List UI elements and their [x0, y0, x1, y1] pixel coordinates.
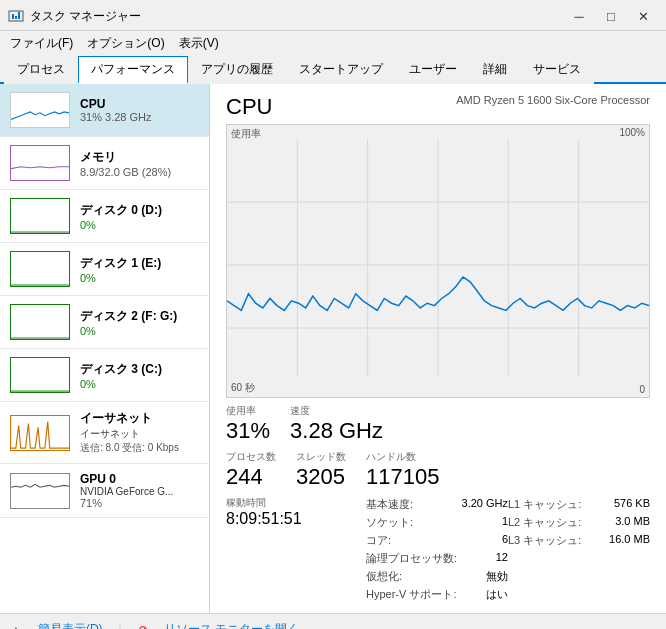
processes-label: プロセス数 — [226, 450, 276, 464]
virt-val: 無効 — [486, 569, 508, 584]
cores-key: コア: — [366, 533, 391, 548]
usage-value: 31% — [226, 418, 270, 444]
stats-row-1: 使用率 31% 速度 3.28 GHz — [226, 404, 650, 444]
sidebar-item-disk2[interactable]: ディスク 2 (F: G:) 0% — [0, 296, 209, 349]
gpu0-sublabel: NVIDIA GeForce G... — [80, 486, 199, 497]
sidebar-item-ethernet[interactable]: イーサネット イーサネット 送信: 8.0 受信: 0 Kbps — [0, 402, 209, 464]
disk1-sidebar-text: ディスク 1 (E:) 0% — [80, 255, 199, 284]
close-button[interactable]: ✕ — [628, 6, 658, 26]
window-title: タスク マネージャー — [30, 8, 141, 25]
info-l3: L3 キャッシュ: 16.0 MB — [508, 532, 650, 549]
speed-label: 速度 — [290, 404, 383, 418]
disk1-preview — [10, 251, 70, 287]
l2-key: L2 キャッシュ: — [508, 515, 581, 530]
usage-label: 使用率 — [226, 404, 270, 418]
info-logical: 論理プロセッサ数: 12 — [366, 550, 508, 567]
detail-subtitle: AMD Ryzen 5 1600 Six-Core Processor — [456, 94, 650, 106]
sidebar-item-disk0[interactable]: ディスク 0 (D:) 0% — [0, 190, 209, 243]
menu-file[interactable]: ファイル(F) — [4, 33, 79, 54]
disk2-value: 0% — [80, 325, 199, 337]
disk3-value: 0% — [80, 378, 199, 390]
svg-rect-2 — [15, 16, 17, 19]
cpu-label: CPU — [80, 97, 199, 111]
disk0-sidebar-text: ディスク 0 (D:) 0% — [80, 202, 199, 231]
l3-key: L3 キャッシュ: — [508, 533, 581, 548]
tab-performance[interactable]: パフォーマンス — [78, 56, 188, 84]
memory-label: メモリ — [80, 149, 199, 166]
simplify-link[interactable]: 簡易表示(D) — [38, 621, 103, 629]
sidebar-item-disk3[interactable]: ディスク 3 (C:) 0% — [0, 349, 209, 402]
stat-processes: プロセス数 244 — [226, 450, 276, 490]
menu-view[interactable]: 表示(V) — [173, 33, 225, 54]
stat-usage: 使用率 31% — [226, 404, 270, 444]
threads-value: 3205 — [296, 464, 346, 490]
threads-label: スレッド数 — [296, 450, 346, 464]
resource-monitor-link[interactable]: リソース モニターを開く — [164, 621, 299, 629]
speed-value: 3.28 GHz — [290, 418, 383, 444]
sidebar-item-disk1[interactable]: ディスク 1 (E:) 0% — [0, 243, 209, 296]
info-grid: 基本速度: 3.20 GHz ソケット: 1 コア: 6 論理プロセッサ数: 1… — [366, 496, 650, 603]
tab-processes[interactable]: プロセス — [4, 56, 78, 84]
tab-services[interactable]: サービス — [520, 56, 594, 84]
graph-label-100: 100% — [619, 127, 645, 138]
memory-value: 8.9/32.0 GB (28%) — [80, 166, 199, 178]
hyperv-key: Hyper-V サポート: — [366, 587, 456, 602]
handles-value: 117105 — [366, 464, 439, 490]
info-virt: 仮想化: 無効 — [366, 568, 508, 585]
base-speed-key: 基本速度: — [366, 497, 413, 512]
graph-label-usage: 使用率 — [231, 127, 261, 141]
gpu0-label: GPU 0 — [80, 472, 199, 486]
gpu0-sidebar-text: GPU 0 NVIDIA GeForce G... 71% — [80, 472, 199, 509]
l3-val: 16.0 MB — [609, 533, 650, 548]
simplify-icon: ▲ — [10, 623, 22, 630]
sidebar-item-memory[interactable]: メモリ 8.9/32.0 GB (28%) — [0, 137, 209, 190]
handles-label: ハンドル数 — [366, 450, 439, 464]
disk0-preview — [10, 198, 70, 234]
title-bar: タスク マネージャー ─ □ ✕ — [0, 0, 666, 31]
gpu0-value: 71% — [80, 497, 199, 509]
stat-uptime: 稼動時間 8:09:51:51 — [226, 496, 346, 528]
memory-preview — [10, 145, 70, 181]
logical-key: 論理プロセッサ数: — [366, 551, 457, 566]
disk2-sidebar-text: ディスク 2 (F: G:) 0% — [80, 308, 199, 337]
tab-app-history[interactable]: アプリの履歴 — [188, 56, 286, 84]
disk0-value: 0% — [80, 219, 199, 231]
disk2-preview — [10, 304, 70, 340]
title-bar-controls: ─ □ ✕ — [564, 6, 658, 26]
tab-startup[interactable]: スタートアップ — [286, 56, 396, 84]
ethernet-value: 送信: 8.0 受信: 0 Kbps — [80, 441, 199, 455]
uptime-label: 稼動時間 — [226, 496, 346, 510]
monitor-icon: ⊘ — [138, 623, 148, 630]
sidebar: CPU 31% 3.28 GHz メモリ 8.9/32.0 GB (28%) — [0, 84, 210, 613]
stats-row-3: 稼動時間 8:09:51:51 基本速度: 3.20 GHz ソケット: 1 コ… — [226, 496, 650, 603]
sidebar-item-gpu0[interactable]: GPU 0 NVIDIA GeForce G... 71% — [0, 464, 209, 518]
stat-speed: 速度 3.28 GHz — [290, 404, 383, 444]
virt-key: 仮想化: — [366, 569, 402, 584]
base-speed-val: 3.20 GHz — [462, 497, 508, 512]
memory-sidebar-text: メモリ 8.9/32.0 GB (28%) — [80, 149, 199, 178]
divider: | — [119, 623, 122, 630]
detail-panel: CPU AMD Ryzen 5 1600 Six-Core Processor … — [210, 84, 666, 613]
minimize-button[interactable]: ─ — [564, 6, 594, 26]
sidebar-item-cpu[interactable]: CPU 31% 3.28 GHz — [0, 84, 209, 137]
processes-value: 244 — [226, 464, 276, 490]
info-cores: コア: 6 — [366, 532, 508, 549]
cpu-graph-canvas — [227, 125, 649, 397]
tab-users[interactable]: ユーザー — [396, 56, 470, 84]
stats-row-2: プロセス数 244 スレッド数 3205 ハンドル数 117105 — [226, 450, 650, 490]
svg-rect-1 — [12, 14, 14, 19]
disk2-label: ディスク 2 (F: G:) — [80, 308, 199, 325]
maximize-button[interactable]: □ — [596, 6, 626, 26]
detail-title: CPU — [226, 94, 272, 120]
info-hyperv: Hyper-V サポート: はい — [366, 586, 508, 603]
title-bar-left: タスク マネージャー — [8, 8, 141, 25]
l1-val: 576 KB — [614, 497, 650, 512]
detail-header: CPU AMD Ryzen 5 1600 Six-Core Processor — [226, 94, 650, 120]
disk1-label: ディスク 1 (E:) — [80, 255, 199, 272]
stat-handles: ハンドル数 117105 — [366, 450, 439, 490]
ethernet-sidebar-text: イーサネット イーサネット 送信: 8.0 受信: 0 Kbps — [80, 410, 199, 455]
menu-options[interactable]: オプション(O) — [81, 33, 170, 54]
disk1-value: 0% — [80, 272, 199, 284]
tab-details[interactable]: 詳細 — [470, 56, 520, 84]
ethernet-preview — [10, 415, 70, 451]
